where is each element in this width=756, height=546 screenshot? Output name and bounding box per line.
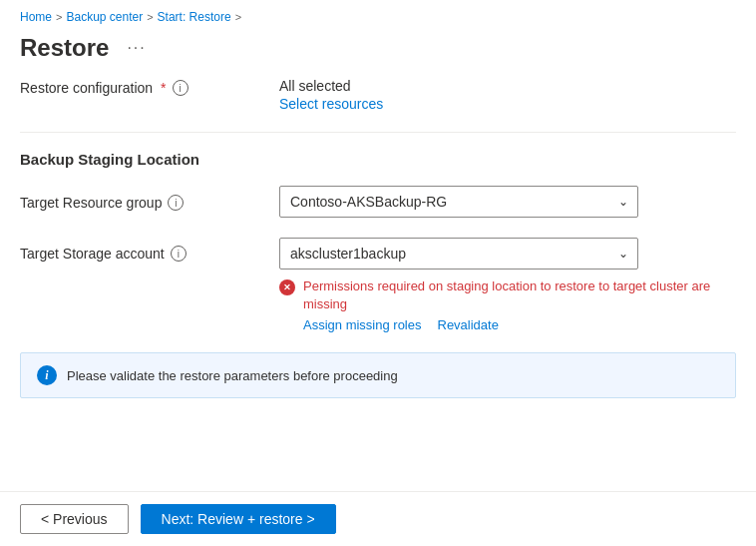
target-storage-dropdown-wrapper: akscluster1backup ⌄	[279, 238, 638, 270]
page-header: Restore ···	[0, 30, 756, 78]
target-rg-dropdown-wrapper: Contoso-AKSBackup-RG ⌄	[279, 186, 638, 218]
restore-config-info-icon[interactable]: i	[173, 80, 189, 96]
breadcrumb-start-restore[interactable]: Start: Restore	[158, 10, 231, 24]
info-banner-icon	[37, 365, 57, 385]
info-banner: Please validate the restore parameters b…	[20, 352, 736, 398]
target-storage-label: Target Storage account i	[20, 238, 239, 262]
revalidate-link[interactable]: Revalidate	[438, 317, 499, 332]
more-button[interactable]: ···	[121, 37, 152, 59]
restore-config-label: Restore configuration * i	[20, 78, 239, 96]
main-content: Restore configuration * i All selected S…	[0, 78, 756, 398]
all-selected-text: All selected	[279, 78, 383, 94]
section-divider	[20, 132, 736, 133]
required-marker: *	[161, 80, 166, 96]
next-button[interactable]: Next: Review + restore >	[141, 504, 336, 534]
assign-missing-roles-link[interactable]: Assign missing roles	[303, 317, 422, 332]
target-storage-dropdown[interactable]: akscluster1backup	[279, 238, 638, 270]
restore-config-value: All selected Select resources	[279, 78, 383, 112]
error-row: Permissions required on staging location…	[279, 277, 736, 313]
target-rg-row: Target Resource group i Contoso-AKSBacku…	[20, 186, 736, 218]
target-rg-label: Target Resource group i	[20, 193, 239, 211]
previous-button[interactable]: < Previous	[20, 504, 129, 534]
error-actions: Assign missing roles Revalidate	[303, 317, 736, 332]
restore-config-row: Restore configuration * i All selected S…	[20, 78, 736, 112]
target-rg-info-icon[interactable]: i	[168, 195, 184, 211]
target-rg-label-text: Target Resource group	[20, 195, 162, 211]
footer: < Previous Next: Review + restore >	[0, 491, 756, 546]
breadcrumb-backup-center[interactable]: Backup center	[66, 10, 143, 24]
section-title: Backup Staging Location	[20, 151, 736, 168]
breadcrumb-sep2: >	[147, 11, 153, 23]
error-block: Permissions required on staging location…	[279, 277, 736, 332]
error-text: Permissions required on staging location…	[303, 277, 736, 313]
breadcrumb-sep3: >	[235, 11, 241, 23]
breadcrumb-sep1: >	[56, 11, 62, 23]
page-title: Restore	[20, 34, 109, 62]
target-storage-field-area: akscluster1backup ⌄ Permissions required…	[279, 238, 736, 332]
error-icon	[279, 279, 295, 295]
target-storage-label-text: Target Storage account	[20, 246, 165, 262]
target-storage-info-icon[interactable]: i	[171, 246, 187, 262]
restore-config-label-text: Restore configuration	[20, 80, 153, 96]
target-storage-row: Target Storage account i akscluster1back…	[20, 238, 736, 332]
breadcrumb: Home > Backup center > Start: Restore >	[0, 0, 756, 30]
select-resources-link[interactable]: Select resources	[279, 96, 383, 112]
breadcrumb-home[interactable]: Home	[20, 10, 52, 24]
target-rg-dropdown[interactable]: Contoso-AKSBackup-RG	[279, 186, 638, 218]
info-banner-text: Please validate the restore parameters b…	[67, 368, 398, 383]
